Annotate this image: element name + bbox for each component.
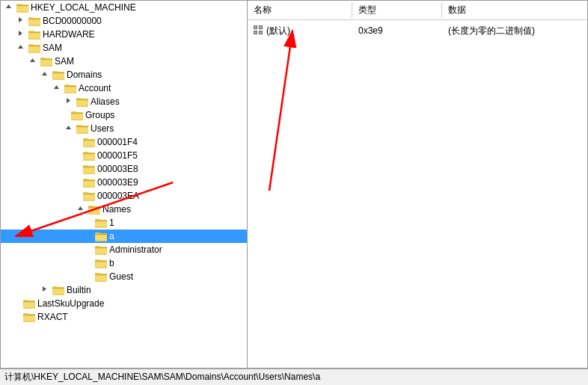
tree-item-u3e9[interactable]: 000003E9 bbox=[1, 176, 247, 189]
tree-item-nadmin[interactable]: Administrator bbox=[1, 243, 247, 256]
expand-icon bbox=[86, 244, 93, 256]
svg-rect-102 bbox=[23, 301, 35, 302]
expand-icon[interactable] bbox=[62, 123, 74, 135]
tree-item-lastsku[interactable]: LastSkuUpgrade bbox=[1, 297, 247, 310]
expand-icon bbox=[14, 298, 21, 309]
folder-icon bbox=[76, 123, 88, 134]
expand-icon[interactable] bbox=[38, 69, 50, 81]
tree-item-u1f4[interactable]: 000001F4 bbox=[1, 135, 247, 149]
tree-item-label: RXACT bbox=[37, 312, 68, 322]
folder-icon bbox=[23, 298, 35, 309]
expand-icon bbox=[74, 136, 81, 148]
tree-item-hardware[interactable]: HARDWARE bbox=[1, 28, 247, 41]
tree-item-label: SAM bbox=[55, 56, 74, 67]
svg-rect-72 bbox=[89, 209, 99, 213]
svg-rect-42 bbox=[72, 114, 82, 119]
expand-icon bbox=[74, 176, 81, 188]
tree-item-nguest[interactable]: Guest bbox=[1, 270, 247, 283]
svg-rect-63 bbox=[84, 182, 94, 186]
svg-rect-88 bbox=[96, 262, 106, 267]
expand-icon[interactable] bbox=[74, 203, 86, 215]
tree-item-account[interactable]: Account bbox=[1, 81, 247, 95]
expand-icon bbox=[86, 271, 93, 283]
expand-icon[interactable] bbox=[62, 96, 74, 108]
folder-icon bbox=[28, 29, 40, 40]
tree-item-rxact[interactable]: RXACT bbox=[1, 310, 247, 324]
tree-item-bcd[interactable]: BCD00000000 bbox=[1, 14, 247, 28]
tree-item-names[interactable]: Names bbox=[1, 203, 247, 216]
svg-rect-4 bbox=[16, 5, 28, 6]
tree-panel[interactable]: HKEY_LOCAL_MACHINE BCD00000000 HARDWARE … bbox=[1, 1, 248, 368]
folder-icon bbox=[95, 271, 107, 282]
svg-rect-106 bbox=[23, 315, 35, 315]
folder-icon bbox=[52, 285, 64, 295]
svg-rect-34 bbox=[64, 86, 76, 87]
tree-item-u3ea[interactable]: 000003EA bbox=[1, 189, 247, 203]
row-name-text: (默认) bbox=[266, 25, 290, 37]
expand-icon[interactable] bbox=[2, 1, 14, 13]
svg-rect-3 bbox=[17, 7, 28, 11]
svg-rect-67 bbox=[84, 195, 94, 200]
svg-marker-15 bbox=[18, 45, 23, 49]
svg-rect-113 bbox=[254, 31, 257, 34]
expand-icon[interactable] bbox=[14, 28, 26, 40]
tree-item-groups[interactable]: Groups bbox=[1, 108, 247, 122]
svg-rect-28 bbox=[53, 74, 64, 78]
expand-icon bbox=[74, 163, 81, 175]
folder-icon bbox=[88, 204, 100, 215]
svg-marker-35 bbox=[67, 98, 70, 103]
tree-item-label: SAM bbox=[43, 43, 62, 53]
svg-rect-112 bbox=[260, 26, 262, 28]
svg-rect-105 bbox=[24, 316, 34, 321]
expand-icon[interactable] bbox=[14, 15, 26, 27]
expand-icon[interactable] bbox=[14, 42, 26, 54]
status-text: 计算机\HKEY_LOCAL_MACHINE\SAM\SAM\Domains\A… bbox=[4, 371, 320, 384]
svg-rect-43 bbox=[71, 113, 83, 114]
data-type-icon bbox=[254, 25, 264, 36]
tree-item-label: Administrator bbox=[109, 244, 162, 255]
tree-item-sam[interactable]: SAM bbox=[1, 41, 247, 55]
folder-icon bbox=[95, 244, 107, 255]
tree-item-na[interactable]: a bbox=[1, 230, 247, 243]
svg-marker-69 bbox=[78, 206, 83, 210]
svg-rect-48 bbox=[76, 126, 88, 127]
svg-marker-5 bbox=[19, 17, 22, 22]
svg-rect-77 bbox=[95, 221, 107, 221]
tree-item-aliases[interactable]: Aliases bbox=[1, 95, 247, 108]
tree-item-label: Names bbox=[102, 204, 131, 215]
tree-item-label: LastSkuUpgrade bbox=[37, 298, 104, 309]
data-row[interactable]: (默认)0x3e9(长度为零的二进制值) bbox=[248, 23, 587, 38]
tree-item-hklm[interactable]: HKEY_LOCAL_MACHINE bbox=[1, 1, 247, 14]
tree-item-label: Users bbox=[91, 123, 114, 134]
svg-rect-13 bbox=[29, 34, 40, 38]
expand-icon[interactable] bbox=[26, 55, 38, 67]
svg-rect-97 bbox=[53, 289, 64, 294]
folder-icon bbox=[83, 177, 95, 188]
tree-item-nb[interactable]: b bbox=[1, 256, 247, 270]
tree-item-u1f5[interactable]: 000001F5 bbox=[1, 149, 247, 162]
svg-rect-64 bbox=[83, 180, 95, 181]
svg-rect-81 bbox=[95, 234, 107, 235]
right-header: 名称 类型 数据 bbox=[248, 1, 587, 20]
expand-icon[interactable] bbox=[38, 284, 50, 296]
svg-rect-18 bbox=[29, 47, 40, 52]
tree-item-sam2[interactable]: SAM bbox=[1, 55, 247, 68]
expand-icon bbox=[74, 190, 81, 202]
expand-icon[interactable] bbox=[50, 82, 62, 94]
svg-rect-85 bbox=[95, 247, 107, 248]
status-bar: 计算机\HKEY_LOCAL_MACHINE\SAM\SAM\Domains\A… bbox=[0, 369, 588, 385]
expand-icon bbox=[86, 230, 93, 242]
tree-item-builtin[interactable]: Builtin bbox=[1, 283, 247, 297]
expand-icon bbox=[86, 257, 93, 269]
svg-rect-47 bbox=[77, 128, 88, 132]
tree-item-users[interactable]: Users bbox=[1, 122, 247, 135]
tree-item-u3e8[interactable]: 000003E8 bbox=[1, 162, 247, 176]
tree-item-domains[interactable]: Domains bbox=[1, 68, 247, 81]
folder-icon bbox=[28, 16, 40, 26]
tree-item-n1[interactable]: 1 bbox=[1, 216, 247, 230]
tree-item-label: Domains bbox=[67, 70, 102, 80]
svg-marker-0 bbox=[6, 4, 11, 8]
folder-icon bbox=[95, 218, 107, 228]
svg-marker-25 bbox=[42, 72, 47, 76]
svg-rect-59 bbox=[84, 168, 94, 173]
